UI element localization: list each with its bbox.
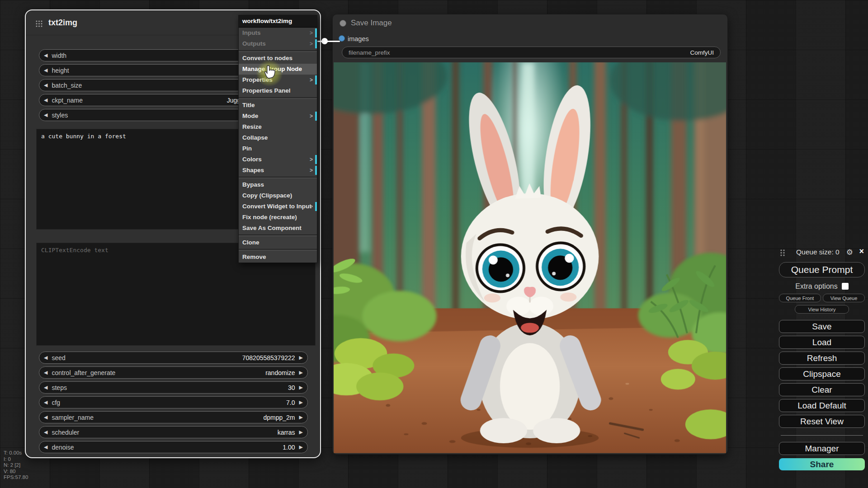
- settings-gear-icon[interactable]: ⚙: [846, 248, 853, 257]
- drag-handle-icon[interactable]: [780, 249, 785, 257]
- submenu-arrow-icon: >: [310, 165, 313, 176]
- increment-icon[interactable]: ▶: [299, 430, 303, 435]
- view-queue-button[interactable]: View Queue: [823, 294, 865, 302]
- menu-separator: [239, 97, 317, 99]
- menu-separator: [239, 50, 317, 52]
- decrement-icon[interactable]: ◀: [44, 430, 47, 435]
- queue-size-label: Queue size: 0: [796, 248, 840, 256]
- menu-item-title[interactable]: Title: [239, 100, 317, 111]
- decrement-icon[interactable]: ◀: [44, 370, 47, 375]
- node-title: Save Image: [351, 19, 392, 28]
- context-menu-header: workflow/txt2img: [239, 15, 317, 28]
- menu-item-convert-widget-to-input[interactable]: Convert Widget to Input>: [239, 201, 317, 212]
- increment-icon[interactable]: ▶: [299, 445, 303, 450]
- menu-item-bypass[interactable]: Bypass: [239, 179, 317, 190]
- widget-cfg[interactable]: ◀ cfg 7.0 ▶: [39, 396, 308, 408]
- decrement-icon[interactable]: ◀: [44, 98, 47, 103]
- extra-options-checkbox[interactable]: [842, 283, 849, 290]
- increment-icon[interactable]: ▶: [299, 355, 303, 360]
- menu-item-fix-node[interactable]: Fix node (recreate): [239, 212, 317, 223]
- node-context-menu: workflow/txt2img Inputs> Outputs> Conver…: [238, 15, 317, 263]
- load-default-button[interactable]: Load Default: [779, 399, 865, 412]
- menu-item-mode[interactable]: Mode>: [239, 111, 317, 122]
- submenu-arrow-icon: >: [310, 38, 313, 49]
- menu-item-save-as-component[interactable]: Save As Component: [239, 223, 317, 234]
- close-icon[interactable]: ×: [859, 247, 864, 256]
- menu-item-convert-to-nodes[interactable]: Convert to nodes: [239, 53, 317, 64]
- queue-front-button[interactable]: Queue Front: [779, 294, 821, 302]
- stat-nodes: N: 2 [2]: [4, 462, 28, 469]
- queue-prompt-button[interactable]: Queue Prompt: [779, 262, 865, 277]
- menu-item-inputs[interactable]: Inputs>: [239, 28, 317, 38]
- menu-item-remove[interactable]: Remove: [239, 252, 317, 263]
- decrement-icon[interactable]: ◀: [44, 415, 47, 420]
- reset-view-button[interactable]: Reset View: [779, 415, 865, 428]
- menu-item-properties-panel[interactable]: Properties Panel: [239, 85, 317, 96]
- menu-item-copy-clipspace[interactable]: Copy (Clipspace): [239, 190, 317, 201]
- menu-separator: [239, 249, 317, 251]
- txt2img-sampler-widgets: ◀ seed 708205585379222 ▶ ◀ control_after…: [39, 352, 308, 456]
- widget-denoise[interactable]: ◀ denoise 1.00 ▶: [39, 441, 308, 453]
- images-input-label: images: [348, 35, 369, 42]
- link-midpoint-dot[interactable]: [321, 38, 328, 44]
- menu-item-manage-group-node[interactable]: Manage Group Node: [239, 64, 317, 75]
- menu-item-properties[interactable]: Properties>: [239, 75, 317, 85]
- clipspace-button[interactable]: Clipspace: [779, 367, 865, 380]
- drag-grid-icon: [36, 20, 42, 27]
- widget-seed[interactable]: ◀ seed 708205585379222 ▶: [39, 352, 308, 364]
- submenu-arrow-icon: >: [310, 201, 313, 212]
- submenu-arrow-icon: >: [310, 75, 313, 85]
- save-image-node[interactable]: Save Image images filename_prefix ComfyU…: [332, 14, 728, 455]
- menu-separator: [239, 177, 317, 178]
- filename-prefix-widget[interactable]: filename_prefix ComfyUI: [342, 47, 721, 58]
- clear-button[interactable]: Clear: [779, 383, 865, 396]
- menu-item-resize[interactable]: Resize: [239, 122, 317, 132]
- comfyui-canvas[interactable]: T: 0.00s I: 0 N: 2 [2] V: 80 FPS:57.80 t…: [0, 0, 868, 488]
- decrement-icon[interactable]: ◀: [44, 53, 47, 58]
- menu-item-collapse[interactable]: Collapse: [239, 132, 317, 143]
- decrement-icon[interactable]: ◀: [44, 385, 47, 390]
- decrement-icon[interactable]: ◀: [44, 445, 47, 450]
- stat-fps: FPS:57.80: [4, 474, 28, 481]
- load-button[interactable]: Load: [779, 336, 865, 349]
- menu-item-pin[interactable]: Pin: [239, 143, 317, 154]
- submenu-arrow-icon: >: [310, 28, 313, 38]
- increment-icon[interactable]: ▶: [299, 400, 303, 405]
- menu-separator: [239, 235, 317, 236]
- extra-options-label: Extra options: [795, 282, 837, 290]
- widget-steps[interactable]: ◀ steps 30 ▶: [39, 381, 308, 394]
- increment-icon[interactable]: ▶: [299, 415, 303, 420]
- submenu-arrow-icon: >: [310, 154, 313, 165]
- collapse-dot-icon[interactable]: [340, 20, 346, 27]
- menu-item-clone[interactable]: Clone: [239, 237, 317, 248]
- widget-sampler-name[interactable]: ◀ sampler_name dpmpp_2m ▶: [39, 411, 308, 423]
- node-title: txt2img: [48, 18, 77, 28]
- decrement-icon[interactable]: ◀: [44, 83, 47, 88]
- comfy-menu-panel: Queue size: 0 ⚙ × Queue Prompt Extra opt…: [779, 248, 865, 470]
- perf-stats: T: 0.00s I: 0 N: 2 [2] V: 80 FPS:57.80: [4, 450, 28, 481]
- submenu-arrow-icon: >: [310, 111, 313, 122]
- increment-icon[interactable]: ▶: [299, 385, 303, 390]
- decrement-icon[interactable]: ◀: [44, 68, 47, 73]
- menu-item-outputs[interactable]: Outputs>: [239, 38, 317, 49]
- sidebar-divider: [781, 435, 863, 436]
- menu-item-colors[interactable]: Colors>: [239, 154, 317, 165]
- refresh-button[interactable]: Refresh: [779, 352, 865, 365]
- menu-item-shapes[interactable]: Shapes>: [239, 165, 317, 176]
- decrement-icon[interactable]: ◀: [44, 355, 47, 360]
- decrement-icon[interactable]: ◀: [44, 113, 47, 117]
- generated-image-preview[interactable]: [334, 62, 726, 453]
- decrement-icon[interactable]: ◀: [44, 400, 47, 405]
- view-history-button[interactable]: View History: [795, 305, 849, 314]
- widget-control-after-generate[interactable]: ◀ control_after_generate randomize ▶: [39, 366, 308, 379]
- stat-i: I: 0: [4, 456, 28, 463]
- manager-button[interactable]: Manager: [779, 442, 865, 455]
- save-button[interactable]: Save: [779, 320, 865, 333]
- bunny-forest-illustration: [334, 62, 726, 453]
- stat-v: V: 80: [4, 469, 28, 475]
- share-button[interactable]: Share: [779, 458, 865, 470]
- increment-icon[interactable]: ▶: [299, 370, 303, 375]
- widget-scheduler[interactable]: ◀ scheduler karras ▶: [39, 426, 308, 438]
